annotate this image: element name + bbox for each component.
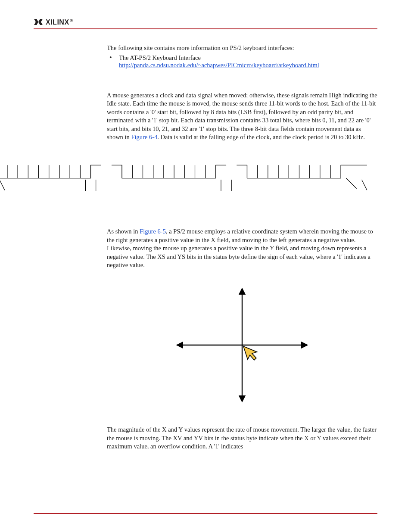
figure-6-5 [167, 283, 318, 408]
list-item: The AT-PS/2 Keyboard Interface http://pa… [107, 54, 377, 69]
reference-link[interactable]: http://panda.cs.ndsu.nodak.edu/~achapwes… [119, 62, 319, 68]
xilinx-logo-icon [34, 19, 43, 26]
intro-paragraph: The following site contains more informa… [107, 44, 377, 53]
footer-link-placeholder[interactable] [189, 524, 222, 524]
page-header: XILINX® [34, 16, 377, 29]
svg-line-31 [0, 180, 5, 190]
figure-ref-6-5[interactable]: Figure 6-5 [140, 228, 166, 235]
coordinate-paragraph: As shown in Figure 6-5, a PS/2 mouse emp… [107, 227, 377, 270]
figure-6-4 [0, 149, 377, 212]
brand-name: XILINX® [46, 19, 73, 26]
reference-list: The AT-PS/2 Keyboard Interface http://pa… [107, 54, 377, 69]
figure-ref-6-4[interactable]: Figure 6-4 [131, 134, 157, 140]
body-column: The following site contains more informa… [107, 44, 377, 142]
svg-line-37 [362, 180, 367, 190]
magnitude-paragraph: The magnitude of the X and Y values repr… [107, 426, 377, 451]
svg-line-36 [346, 178, 356, 188]
brand-logo: XILINX® [34, 19, 73, 26]
footer-rule [34, 513, 377, 514]
mouse-protocol-paragraph: A mouse generates a clock and data signa… [107, 91, 377, 142]
list-item-title: The AT-PS/2 Keyboard Interface [119, 54, 201, 61]
